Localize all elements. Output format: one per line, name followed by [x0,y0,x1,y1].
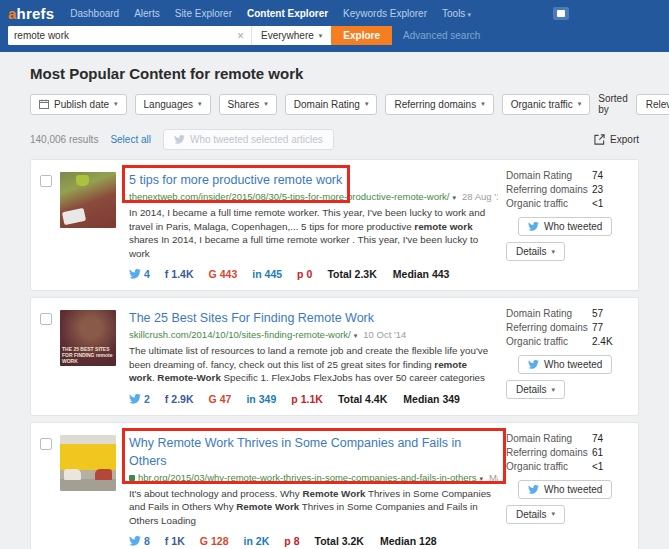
filter-publish-date[interactable]: Publish date▾ [30,94,127,115]
chevron-down-icon: ▾ [198,100,202,108]
url-dropdown-icon[interactable]: ▾ [354,332,358,339]
pinterest-icon: p [297,268,303,280]
export-button[interactable]: Export [594,134,639,145]
filter-organic-traffic[interactable]: Organic traffic▾ [502,94,591,115]
result-url-link[interactable]: skillcrush.com/2014/10/10/sites-finding-… [129,329,351,340]
twitter-icon [129,269,141,279]
organic-traffic-value: 2.4K [592,336,613,347]
sort-relevance-dropdown[interactable]: Relevance▾ [636,94,669,115]
referring-domains-label: Referring domains [506,322,592,333]
social-share-row: 4 f1.4K G443 in445 p0 Total 2.3K Median … [129,268,498,280]
filter-referring-domains[interactable]: Referring domains▾ [385,94,493,115]
details-button[interactable]: Details▾ [506,242,565,261]
chevron-down-icon: ▾ [467,11,471,18]
pinterest-count: 8 [294,535,300,547]
facebook-count: 2.9K [171,393,193,405]
organic-traffic-value: <1 [592,461,603,472]
referring-domains-label: Referring domains [506,447,592,458]
result-title-link[interactable]: The 25 Best Sites For Finding Remote Wor… [129,311,374,325]
linkedin-count: 445 [265,268,283,280]
who-tweeted-button[interactable]: Who tweeted [518,217,612,236]
result-row: The 25 Best Sites For Finding Remote Wor… [30,297,639,416]
chevron-down-icon: ▾ [114,100,118,108]
clear-search-icon[interactable]: × [230,26,251,45]
ahrefs-logo[interactable]: ahrefs [8,5,54,22]
nav-item-site-explorer[interactable]: Site Explorer [175,8,232,19]
result-snippet: It's about technology and process. Why R… [129,487,494,528]
search-input[interactable] [8,26,230,45]
result-metrics: Domain Rating74 Referring domains23 Orga… [506,170,628,280]
linkedin-count: 2K [256,535,269,547]
googleplus-count: 128 [211,535,229,547]
twitter-icon [528,360,539,369]
domain-rating-value: 57 [592,308,603,319]
googleplus-icon: G [209,268,217,280]
select-all-link[interactable]: Select all [110,134,151,145]
googleplus-icon: G [209,393,217,405]
domain-rating-value: 74 [592,170,603,181]
total-shares: Total 2.3K [327,268,376,280]
facebook-icon: f [165,268,169,280]
twitter-icon [129,536,141,546]
details-button[interactable]: Details▾ [506,505,565,524]
chevron-down-icon: ▾ [552,248,556,256]
who-tweeted-button[interactable]: Who tweeted [518,480,612,499]
referring-domains-label: Referring domains [506,184,592,195]
search-scope-dropdown[interactable]: Everywhere▾ [251,26,331,45]
chevron-down-icon: ▾ [365,100,369,108]
result-checkbox[interactable] [40,438,52,450]
result-url-link[interactable]: hbr.org/2015/03/why-remote-work-thrives-… [138,472,476,483]
result-title-link[interactable]: Why Remote Work Thrives in Some Companie… [129,436,461,468]
chevron-down-icon: ▾ [578,100,582,108]
linkedin-icon: in [252,268,261,280]
chevron-down-icon: ▾ [319,32,323,40]
who-tweeted-selected-button[interactable]: Who tweeted selected articles [163,129,334,150]
url-dropdown-icon[interactable]: ▾ [479,475,483,482]
facebook-icon: f [165,535,169,547]
linkedin-icon: in [243,535,252,547]
filter-languages[interactable]: Languages▾ [135,94,211,115]
nav-item-keywords-explorer[interactable]: Keywords Explorer [343,8,427,19]
chevron-down-icon: ▾ [552,386,556,394]
who-tweeted-button[interactable]: Who tweeted [518,355,612,374]
social-share-row: 8 f1K G128 in2K p8 Total 3.2K Median 128 [129,535,498,547]
result-snippet: The ultimate list of resources to land a… [129,344,494,385]
twitter-icon [528,485,539,494]
result-url-link[interactable]: thenextweb.com/insider/2015/08/30/5-tips… [129,191,450,202]
pinterest-count: 1.1K [301,393,323,405]
annotation-red-box: The 25 Best Sites For Finding Remote Wor… [129,308,374,326]
twitter-count: 8 [144,535,150,547]
nav-item-alerts[interactable]: Alerts [134,8,160,19]
organic-traffic-value: <1 [592,198,603,209]
details-button[interactable]: Details▾ [506,380,565,399]
page-title: Most Popular Content for remote work [30,65,639,82]
result-date: Mar '15 [489,472,498,483]
pinterest-icon: p [284,535,290,547]
filter-shares[interactable]: Shares▾ [219,94,277,115]
filter-domain-rating[interactable]: Domain Rating▾ [285,94,378,115]
result-row: 5 tips for more productive remote work t… [30,159,639,291]
mobile-device-icon[interactable] [553,7,569,20]
nav-item-content-explorer[interactable]: Content Explorer [247,8,328,19]
median-shares: Median 443 [393,268,450,280]
domain-rating-label: Domain Rating [506,170,592,181]
googleplus-icon: G [200,535,208,547]
twitter-count: 4 [144,268,150,280]
nav-item-tools[interactable]: Tools▾ [442,8,471,19]
explore-button[interactable]: Explore [331,26,392,45]
secure-icon [129,475,135,481]
domain-rating-value: 74 [592,433,603,444]
twitter-count: 2 [144,393,150,405]
nav-item-dashboard[interactable]: Dashboard [70,8,119,19]
median-shares: Median 128 [380,535,437,547]
result-checkbox[interactable] [40,175,52,187]
url-dropdown-icon[interactable]: ▾ [453,194,457,201]
domain-rating-label: Domain Rating [506,433,592,444]
twitter-icon [129,394,141,404]
organic-traffic-label: Organic traffic [506,198,592,209]
result-title-link[interactable]: 5 tips for more productive remote work [129,173,342,187]
result-date: 28 Aug '15 [462,191,498,202]
chevron-down-icon: ▾ [481,100,485,108]
advanced-search-link[interactable]: Advanced search [403,30,480,41]
result-checkbox[interactable] [40,313,52,325]
